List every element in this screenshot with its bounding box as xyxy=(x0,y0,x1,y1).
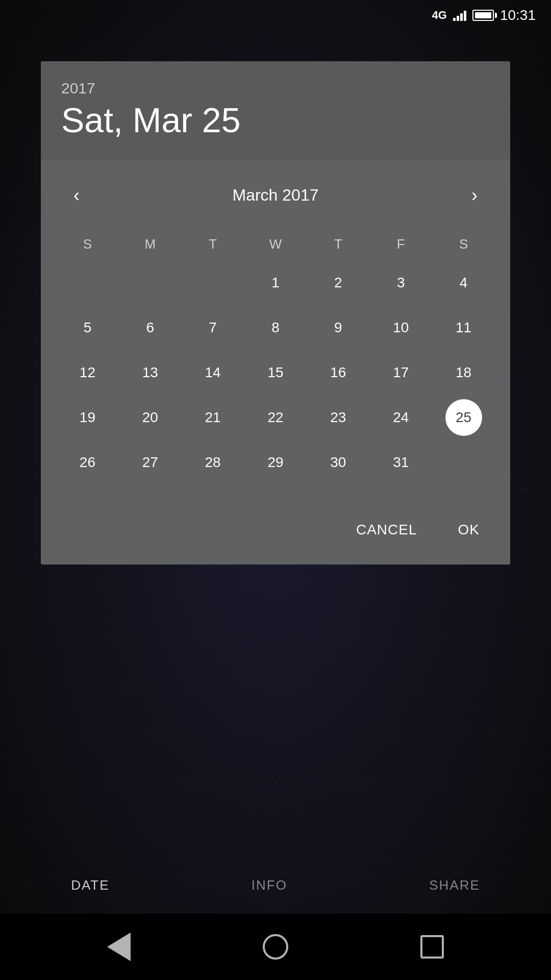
day-18[interactable]: 18 xyxy=(445,354,482,391)
calendar-cell-17[interactable]: 17 xyxy=(369,352,432,393)
calendar-cell-15[interactable]: 15 xyxy=(244,352,307,393)
recents-icon xyxy=(420,935,444,959)
day-2[interactable]: 2 xyxy=(320,264,357,301)
day-15[interactable]: 15 xyxy=(257,354,294,391)
day-header-thu: T xyxy=(307,231,369,257)
calendar-cell-empty-1 xyxy=(56,262,119,303)
next-month-button[interactable]: › xyxy=(459,180,490,211)
calendar-cell-12[interactable]: 12 xyxy=(56,352,119,393)
calendar-cell-5[interactable]: 5 xyxy=(56,307,119,348)
day-header-tue: T xyxy=(182,231,244,257)
calendar-cell-26[interactable]: 26 xyxy=(56,442,119,483)
calendar-cell-19[interactable]: 19 xyxy=(56,397,119,438)
calendar-body: ‹ March 2017 › S M T W T F S 1 2 3 4 5 6 xyxy=(41,160,510,503)
calendar-cell-10[interactable]: 10 xyxy=(369,307,432,348)
day-12[interactable]: 12 xyxy=(69,354,106,391)
clock: 10:31 xyxy=(500,7,536,23)
day-4[interactable]: 4 xyxy=(445,264,482,301)
status-bar: 4G 10:31 xyxy=(0,0,551,31)
prev-month-button[interactable]: ‹ xyxy=(61,180,92,211)
calendar-cell-29[interactable]: 29 xyxy=(244,442,307,483)
day-16[interactable]: 16 xyxy=(320,354,357,391)
calendar-cell-14[interactable]: 14 xyxy=(182,352,244,393)
month-navigation: ‹ March 2017 › xyxy=(56,170,495,221)
calendar-cell-2[interactable]: 2 xyxy=(307,262,369,303)
cancel-button[interactable]: CANCEL xyxy=(341,513,433,546)
calendar-cell-13[interactable]: 13 xyxy=(119,352,182,393)
day-11[interactable]: 11 xyxy=(445,309,482,346)
status-icons: 4G 10:31 xyxy=(432,7,536,23)
day-25[interactable]: 25 xyxy=(445,399,482,436)
calendar-cell-1[interactable]: 1 xyxy=(244,262,307,303)
day-22[interactable]: 22 xyxy=(257,399,294,436)
back-button[interactable] xyxy=(101,929,137,965)
recents-button[interactable] xyxy=(414,929,450,965)
day-header-sun: S xyxy=(56,231,119,257)
date-picker-dialog: 2017 Sat, Mar 25 ‹ March 2017 › S M T W … xyxy=(41,61,510,565)
dialog-header: 2017 Sat, Mar 25 xyxy=(41,61,510,160)
dialog-actions: CANCEL OK xyxy=(41,503,510,565)
day-header-wed: W xyxy=(244,231,307,257)
day-30[interactable]: 30 xyxy=(320,444,357,481)
calendar-cell-9[interactable]: 9 xyxy=(307,307,369,348)
calendar-cell-6[interactable]: 6 xyxy=(119,307,182,348)
calendar-cell-23[interactable]: 23 xyxy=(307,397,369,438)
calendar-cell-28[interactable]: 28 xyxy=(182,442,244,483)
calendar-cell-11[interactable]: 11 xyxy=(432,307,495,348)
day-14[interactable]: 14 xyxy=(194,354,231,391)
day-6[interactable]: 6 xyxy=(132,309,168,346)
calendar-cell-20[interactable]: 20 xyxy=(119,397,182,438)
date-label: Sat, Mar 25 xyxy=(61,101,490,139)
day-7[interactable]: 7 xyxy=(194,309,231,346)
day-10[interactable]: 10 xyxy=(383,309,419,346)
day-23[interactable]: 23 xyxy=(320,399,357,436)
calendar-cell-27[interactable]: 27 xyxy=(119,442,182,483)
bottom-tab-bar: DATE INFO SHARE xyxy=(0,862,551,909)
day-17[interactable]: 17 xyxy=(383,354,419,391)
home-icon xyxy=(263,934,288,960)
calendar-cell-30[interactable]: 30 xyxy=(307,442,369,483)
day-5[interactable]: 5 xyxy=(69,309,106,346)
tab-share[interactable]: SHARE xyxy=(414,872,495,898)
day-19[interactable]: 19 xyxy=(69,399,106,436)
calendar-cell-empty-2 xyxy=(119,262,182,303)
day-1[interactable]: 1 xyxy=(257,264,294,301)
back-icon xyxy=(107,933,131,961)
battery-icon xyxy=(472,10,494,21)
day-headers: S M T W T F S xyxy=(56,231,495,257)
calendar-cell-22[interactable]: 22 xyxy=(244,397,307,438)
ok-button[interactable]: OK xyxy=(443,513,495,546)
calendar-cell-31[interactable]: 31 xyxy=(369,442,432,483)
signal-bars-icon xyxy=(453,10,466,21)
network-badge: 4G xyxy=(432,9,447,22)
calendar-cell-21[interactable]: 21 xyxy=(182,397,244,438)
day-31[interactable]: 31 xyxy=(383,444,419,481)
day-26[interactable]: 26 xyxy=(69,444,106,481)
tab-info[interactable]: INFO xyxy=(236,872,303,898)
day-header-mon: M xyxy=(119,231,182,257)
day-28[interactable]: 28 xyxy=(194,444,231,481)
day-header-sat: S xyxy=(432,231,495,257)
calendar-cell-24[interactable]: 24 xyxy=(369,397,432,438)
day-20[interactable]: 20 xyxy=(132,399,168,436)
calendar-cell-7[interactable]: 7 xyxy=(182,307,244,348)
day-29[interactable]: 29 xyxy=(257,444,294,481)
calendar-grid: 1 2 3 4 5 6 7 8 9 10 11 12 13 14 15 16 1… xyxy=(56,262,495,483)
day-13[interactable]: 13 xyxy=(132,354,168,391)
day-header-fri: F xyxy=(369,231,432,257)
day-21[interactable]: 21 xyxy=(194,399,231,436)
tab-date[interactable]: DATE xyxy=(56,872,124,898)
day-27[interactable]: 27 xyxy=(132,444,168,481)
day-8[interactable]: 8 xyxy=(257,309,294,346)
calendar-cell-18[interactable]: 18 xyxy=(432,352,495,393)
calendar-cell-16[interactable]: 16 xyxy=(307,352,369,393)
day-24[interactable]: 24 xyxy=(383,399,419,436)
navigation-bar xyxy=(0,914,551,980)
calendar-cell-8[interactable]: 8 xyxy=(244,307,307,348)
calendar-cell-3[interactable]: 3 xyxy=(369,262,432,303)
calendar-cell-4[interactable]: 4 xyxy=(432,262,495,303)
day-3[interactable]: 3 xyxy=(383,264,419,301)
home-button[interactable] xyxy=(258,929,293,965)
calendar-cell-25[interactable]: 25 xyxy=(432,397,495,438)
day-9[interactable]: 9 xyxy=(320,309,357,346)
